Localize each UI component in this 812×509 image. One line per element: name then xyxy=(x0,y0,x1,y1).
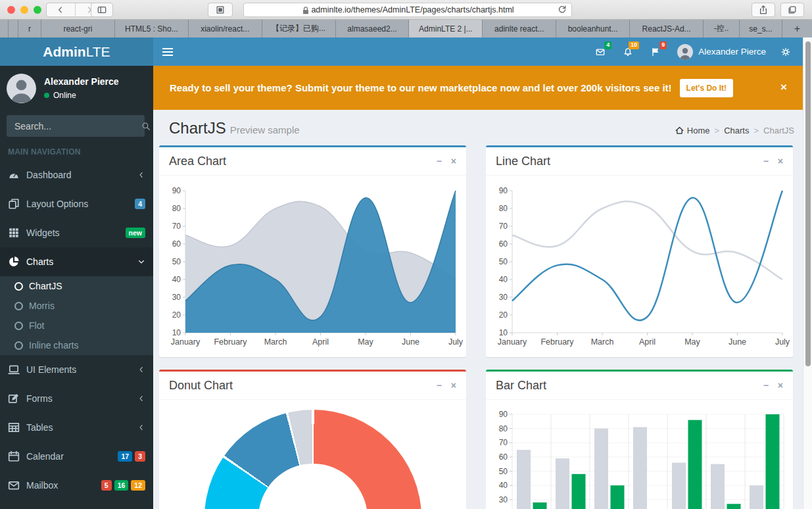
sidebar-item-dashboard[interactable]: Dashboard xyxy=(0,160,153,189)
browser-tab[interactable]: adinlte react... xyxy=(483,20,556,37)
address-bar[interactable]: adminlte.io/themes/AdminLTE/pages/charts… xyxy=(243,3,572,17)
close-icon[interactable]: × xyxy=(451,381,456,390)
page-subtitle: Preview sample xyxy=(230,124,300,135)
browser-tab[interactable]: react-gri xyxy=(41,20,115,37)
browser-tab[interactable]: 【记录】已购... xyxy=(262,20,336,37)
search-button[interactable] xyxy=(141,115,151,137)
browser-tab[interactable]: -控.. xyxy=(704,20,740,37)
browser-tab-bar: rreact-griHTML5 : Sho...xiaolin/react...… xyxy=(0,20,812,37)
search-input[interactable] xyxy=(7,115,141,137)
close-icon[interactable]: × xyxy=(451,157,456,166)
svg-text:July: July xyxy=(448,337,464,347)
sidebar-item-label: Layout Options xyxy=(26,199,135,209)
sidebar-section-label: MAIN NAVIGATION xyxy=(0,137,153,160)
breadcrumb-charts[interactable]: Charts xyxy=(724,126,749,135)
sidebar-item-charts[interactable]: Charts xyxy=(0,247,153,276)
window-close-button[interactable] xyxy=(7,6,15,14)
svg-text:February: February xyxy=(540,337,574,347)
svg-text:20: 20 xyxy=(499,310,508,320)
envelope-icon xyxy=(596,47,605,57)
logo[interactable]: AdminLTE xyxy=(0,37,153,66)
svg-text:30: 30 xyxy=(172,293,181,302)
sidebar-collapse-button[interactable] xyxy=(153,37,182,66)
browser-tab[interactable]: almasaeed2... xyxy=(336,20,410,37)
breadcrumb-home[interactable]: Home xyxy=(675,126,710,135)
sidebar-item-mailbox[interactable]: Mailbox51612 xyxy=(0,471,153,500)
svg-text:70: 70 xyxy=(499,222,508,231)
sidebar-item-layout-options[interactable]: Layout Options4 xyxy=(0,189,153,218)
sidebar-subitem-inline-charts[interactable]: Inline charts xyxy=(0,335,153,355)
sidebar-item-ui-elements[interactable]: UI Elements xyxy=(0,355,153,384)
banner-close-icon[interactable]: × xyxy=(780,82,787,93)
sidebar-search xyxy=(7,115,145,137)
avatar xyxy=(677,44,693,60)
browser-tab[interactable]: HTML5 : Sho... xyxy=(115,20,189,37)
badge: 4 xyxy=(135,199,145,210)
user-menu[interactable]: Alexander Pierce xyxy=(669,37,774,66)
breadcrumb-separator: > xyxy=(715,126,720,135)
settings-menu[interactable] xyxy=(774,37,798,66)
svg-text:90: 90 xyxy=(499,186,508,195)
frame-button[interactable] xyxy=(208,3,233,17)
sidebar-subitem-flot[interactable]: Flot xyxy=(0,316,153,335)
sidebar-item-widgets[interactable]: Widgetsnew xyxy=(0,218,153,247)
sidebar-item-label: Tables xyxy=(26,422,137,433)
envelope-icon xyxy=(8,479,20,491)
tasks-menu[interactable]: 9 xyxy=(642,37,669,66)
circle-icon xyxy=(14,322,23,330)
svg-text:February: February xyxy=(214,337,247,347)
browser-tab[interactable]: xiaolin/react... xyxy=(189,20,262,37)
browser-tab[interactable]: se_s... xyxy=(740,20,782,37)
share-button[interactable] xyxy=(752,3,775,17)
collapse-icon[interactable]: − xyxy=(437,157,442,166)
browser-tab[interactable]: ReactJS-Ad... xyxy=(630,20,704,37)
content-header: ChartJSPreview sample Home>Charts>ChartJ… xyxy=(153,110,803,145)
browser-tab[interactable] xyxy=(9,20,18,37)
sidebar-item-calendar[interactable]: Calendar173 xyxy=(0,442,153,471)
sidebar-menu: DashboardLayout Options4WidgetsnewCharts… xyxy=(0,160,153,500)
url-text: adminlte.io/themes/AdminLTE/pages/charts… xyxy=(311,5,513,14)
collapse-icon[interactable]: − xyxy=(763,157,769,166)
sidebar-user-panel: Alexander Pierce Online xyxy=(0,66,153,111)
close-icon[interactable]: × xyxy=(778,381,783,390)
browser-tab[interactable]: r xyxy=(18,20,41,37)
sidebar-item-label: Widgets xyxy=(26,228,126,238)
sidebar-subitem-morris[interactable]: Morris xyxy=(0,296,153,316)
banner-cta-button[interactable]: Let's Do It! xyxy=(680,79,734,97)
svg-text:20: 20 xyxy=(172,310,181,320)
marketplace-banner: Ready to sell your theme? Submit your th… xyxy=(153,66,803,110)
collapse-icon[interactable]: − xyxy=(437,381,442,390)
new-tab-button[interactable]: + xyxy=(782,20,812,37)
line-chart-box: Line Chart −× 102030405060708090JanuaryF… xyxy=(486,145,793,357)
user-status[interactable]: Online xyxy=(44,91,119,100)
svg-text:30: 30 xyxy=(499,293,508,302)
svg-text:80: 80 xyxy=(499,204,508,213)
lock-icon xyxy=(301,6,308,14)
sidebar-item-tables[interactable]: Tables xyxy=(0,413,153,442)
scrollbar-thumb[interactable] xyxy=(805,41,811,366)
tab-overview-button[interactable] xyxy=(780,3,804,17)
window-zoom-button[interactable] xyxy=(34,6,41,14)
browser-tab[interactable]: AdminLTE 2 |... xyxy=(409,20,483,37)
collapse-icon[interactable]: − xyxy=(763,381,769,390)
svg-text:May: May xyxy=(684,337,700,347)
svg-text:70: 70 xyxy=(172,222,181,231)
notifications-badge: 10 xyxy=(629,41,639,49)
flag-icon xyxy=(651,47,660,57)
close-icon[interactable]: × xyxy=(778,157,783,166)
sidebar-toggle-button[interactable] xyxy=(91,3,113,17)
browser-tab[interactable] xyxy=(0,20,9,37)
browser-tab[interactable]: booleanhunt... xyxy=(556,20,630,37)
back-button[interactable] xyxy=(47,3,75,16)
donut-chart-box: Donut Chart −× xyxy=(159,370,466,509)
pie-icon xyxy=(8,256,20,268)
sidebar-subitem-chartjs[interactable]: ChartJS xyxy=(0,276,153,296)
table-icon xyxy=(8,422,20,433)
messages-menu[interactable]: 4 xyxy=(586,37,614,66)
breadcrumb-separator: > xyxy=(753,126,759,135)
notifications-menu[interactable]: 10 xyxy=(614,37,642,66)
sidebar-item-forms[interactable]: Forms xyxy=(0,384,153,413)
gear-icon xyxy=(781,47,790,57)
window-minimize-button[interactable] xyxy=(20,6,28,14)
reload-button[interactable] xyxy=(558,5,567,16)
